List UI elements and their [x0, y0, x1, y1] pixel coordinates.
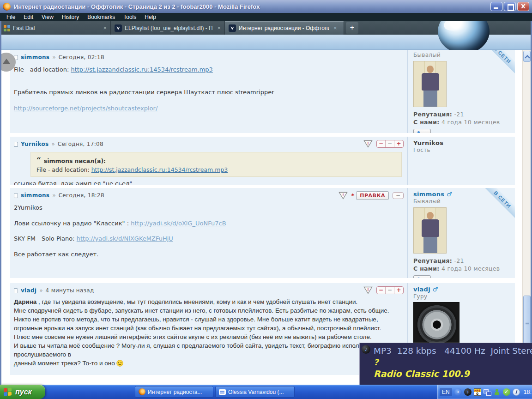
menu-help[interactable]: Help: [141, 13, 160, 21]
post-page-icon: [14, 288, 18, 293]
quote-icon: “: [36, 156, 41, 165]
quote-text: File - add location:: [36, 166, 91, 173]
foobar-favicon: [229, 24, 236, 32]
user-name: Yurnikos: [413, 139, 515, 146]
tab-label: Интернет радиостанции - Оффтопик - ...: [239, 25, 329, 31]
rate-neutral-button[interactable]: −: [386, 140, 394, 147]
user-avatar: [413, 61, 447, 107]
tray-collapse-icon[interactable]: ‹: [454, 388, 462, 396]
post-author-link[interactable]: simmons: [21, 192, 49, 199]
report-warning-icon[interactable]: !: [363, 140, 373, 148]
menu-tools[interactable]: Tools: [120, 13, 140, 21]
post-page-icon: [14, 142, 18, 147]
tab-fast-dial[interactable]: Fast Dial ×: [0, 21, 111, 35]
osd-station-name: Radio Classic 100.9: [374, 369, 528, 379]
reputation-value: -21: [454, 111, 464, 118]
forum-post: simmons » Сегодня, 02:18 File - add loca…: [10, 50, 515, 133]
post-text: И выше ты читала моё сообщение ? Могу-ли…: [14, 341, 403, 359]
tab-elplaylist[interactable]: ELPlaylist (foo_uie_elplaylist.dll) - Пл…: [111, 21, 225, 35]
post-text: Лови ссылочку на радио "Классик" :: [14, 220, 131, 227]
edit-button[interactable]: ПРАВКА: [356, 191, 389, 200]
svg-text:!: !: [368, 287, 369, 292]
male-gender-icon: ♂: [433, 286, 438, 293]
task-label: Интернет радиоста...: [148, 389, 202, 395]
restore-button[interactable]: [504, 2, 516, 11]
taskbar-task-messenger[interactable]: Olessia Varnavidou (...: [215, 386, 295, 398]
rate-neutral-button[interactable]: −: [386, 287, 394, 294]
info-tray-icon[interactable]: i: [513, 388, 520, 396]
start-button[interactable]: пуск: [0, 385, 45, 399]
menu-history[interactable]: History: [58, 13, 83, 21]
online-ribbon: В СЕТИ: [482, 188, 515, 221]
messenger-tray-icon[interactable]: [493, 388, 501, 396]
new-tab-button[interactable]: +: [346, 22, 358, 34]
close-button[interactable]: [517, 2, 529, 11]
window-title: Интернет радиостанции - Оффтопик - Стран…: [14, 3, 260, 10]
skype-tray-icon[interactable]: ✓: [503, 388, 510, 396]
tab-close-icon[interactable]: ×: [333, 24, 337, 31]
rate-minus-button[interactable]: −: [377, 287, 386, 294]
vertical-scrollbar[interactable]: [522, 50, 531, 385]
post-signature: HTPC Termaltake, Audiotrak Prodigy 5.1 L…: [14, 372, 395, 375]
forum-post: Yurnikos » Сегодня, 17:08 ! − − + “simmo…: [10, 137, 515, 185]
rate-plus-button[interactable]: +: [394, 140, 403, 147]
person-icon: [417, 131, 420, 133]
minimize-button[interactable]: [490, 2, 502, 11]
post-text: , где ты увидела возмущение, мы тут поде…: [36, 298, 357, 305]
language-indicator[interactable]: EN: [440, 388, 452, 396]
post-author-link[interactable]: vladj: [21, 287, 36, 294]
foobar-tray-icon[interactable]: ♪: [464, 388, 472, 396]
menu-bar: File Edit View History Bookmarks Tools H…: [0, 13, 532, 21]
menu-edit[interactable]: Edit: [20, 13, 37, 21]
stream-link[interactable]: http://st.jazzandclassic.ru:14534/rcstre…: [71, 66, 212, 73]
online-ribbon: В СЕТИ: [482, 50, 515, 83]
user-rank: Гуру: [413, 293, 515, 300]
post-text: Мне сподручней сидеть в фубаре, запускат…: [14, 306, 403, 315]
member-since-label: С нами:: [413, 265, 440, 272]
tab-label: ELPlaylist (foo_uie_elplaylist.dll) - Пл…: [125, 25, 212, 31]
menu-bookmarks[interactable]: Bookmarks: [84, 13, 119, 21]
quote-author: simmons писал(а):: [44, 157, 106, 164]
network-tray-icon[interactable]: [484, 388, 491, 396]
tab-forum-active[interactable]: Интернет радиостанции - Оффтопик - ... ×: [225, 21, 344, 35]
tab-close-icon[interactable]: ×: [103, 24, 107, 31]
user-name-link[interactable]: vladj ♂: [413, 286, 515, 293]
page-content: simmons » Сегодня, 02:18 File - add loca…: [0, 50, 532, 385]
taskbar-task-firefox[interactable]: Интернет радиоста...: [135, 386, 213, 398]
post-text: ссылка битая, даж аимп ея "не сьел": [14, 180, 132, 185]
chat-message-icon: [219, 389, 226, 395]
report-warning-icon[interactable]: !: [363, 286, 373, 294]
rate-neutral-button[interactable]: −: [393, 192, 404, 199]
rate-minus-button[interactable]: −: [377, 140, 386, 147]
windows-logo-icon: [4, 387, 12, 396]
reputation-label: Репутация:: [413, 111, 452, 118]
rating-button-group: − − +: [376, 140, 404, 148]
hfs-tray-icon[interactable]: HFS0: [474, 388, 481, 396]
post-text: SKY FM - Solo Piano:: [14, 235, 77, 242]
scroll-up-arrow[interactable]: [523, 51, 531, 62]
osd-track-title: ?: [374, 357, 528, 367]
post-date: Сегодня, 18:28: [59, 192, 104, 199]
sourceforge-link[interactable]: http://sourceforge.net/projects/shoutcas…: [14, 105, 157, 112]
reputation-value: -21: [454, 257, 464, 264]
post-author-link[interactable]: simmons: [21, 54, 49, 60]
report-warning-icon[interactable]: !: [339, 192, 348, 200]
private-message-button[interactable]: лс: [413, 275, 431, 278]
yadi-link[interactable]: http://yadi.sk/d/NlXGKeMZFuHjU: [77, 235, 173, 242]
menu-file[interactable]: File: [3, 13, 19, 21]
post-text: File - add location:: [14, 66, 71, 73]
start-label: пуск: [15, 388, 36, 396]
header-separator: »: [51, 141, 54, 147]
tab-close-icon[interactable]: ×: [217, 24, 221, 31]
yadi-link[interactable]: http://yadi.sk/d/oXlG_UoNFu7cB: [131, 220, 226, 227]
reputation-label: Репутация:: [413, 257, 452, 264]
private-message-button[interactable]: лс: [413, 129, 431, 133]
post-text: Грабитель прямых линков на радиостанции …: [14, 89, 403, 96]
osd-stream-info: MP3 128 kbps 44100 Hz Joint Stereo: [374, 346, 528, 356]
post-author-link[interactable]: Yurnikos: [21, 141, 48, 147]
rate-plus-button[interactable]: +: [394, 287, 403, 294]
tab-label: Fast Dial: [13, 25, 35, 31]
member-since-value: 4 года 10 месяцев: [441, 265, 500, 272]
menu-view[interactable]: View: [38, 13, 57, 21]
stream-link[interactable]: http://st.jazzandclassic.ru:14534/rcstre…: [91, 166, 228, 173]
